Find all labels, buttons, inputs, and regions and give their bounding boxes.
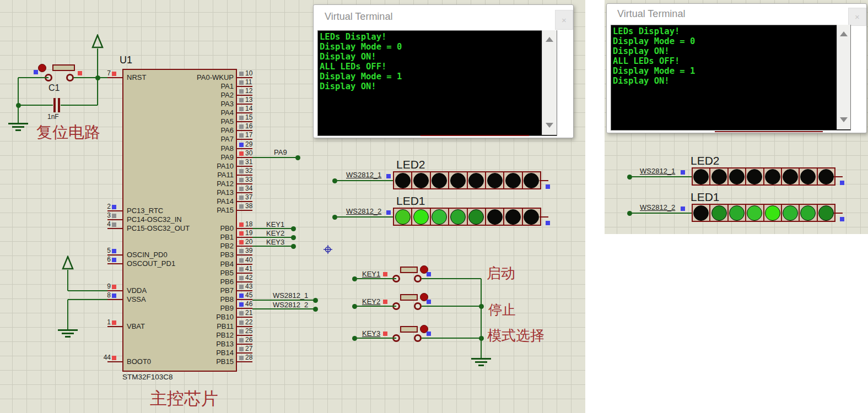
- gray-pin-marker: [239, 124, 244, 129]
- pin-label-pa8: PA8: [160, 144, 234, 153]
- led2-out-stub: [834, 176, 843, 177]
- pin-number: 5: [90, 247, 111, 254]
- net-label-ws2812-1: WS2812_1: [273, 291, 308, 300]
- gray-pin-marker: [239, 356, 244, 360]
- reset-wire: [18, 78, 19, 105]
- vssa-wire: [68, 299, 107, 300]
- scroll-down-icon[interactable]: [546, 123, 553, 128]
- pin-number: 17: [245, 131, 252, 139]
- led2-label: LED2: [396, 158, 425, 171]
- pin-number: 1: [90, 318, 111, 326]
- key2-button-cap: [400, 294, 418, 301]
- blue-pin-marker: [239, 302, 244, 307]
- virtual-terminal-window[interactable]: Virtual Terminal×LEDs Display! Display M…: [606, 3, 867, 133]
- pin-number: 38: [245, 202, 252, 210]
- pin-number: 45: [245, 291, 252, 299]
- pin-number: 42: [245, 274, 252, 281]
- led2-strip: [393, 171, 541, 189]
- led-lamp: [395, 173, 411, 188]
- key1-switch-wire: [422, 278, 481, 279]
- mcu-caption: 主控芯片: [150, 387, 218, 410]
- terminal-close-button[interactable]: ×: [848, 8, 866, 26]
- led1-strip-cell: [467, 209, 485, 225]
- key1-button-cap: [400, 267, 418, 273]
- terminal-title: Virtual Terminal: [617, 8, 685, 20]
- pin-number: 25: [245, 327, 252, 335]
- pin-label-vbat: VBAT: [127, 322, 145, 330]
- blue-pin-marker: [427, 272, 431, 276]
- terminal-scrollbar[interactable]: [837, 25, 850, 129]
- gray-pin-marker: [239, 116, 244, 120]
- pin-label-pa1: PA1: [160, 82, 234, 90]
- pin-number: 14: [245, 105, 252, 112]
- pin-label-pa2: PA2: [160, 91, 234, 99]
- gray-pin-marker: [239, 204, 244, 209]
- pin-number: 19: [245, 229, 252, 237]
- keys-ground-icon: [475, 361, 487, 363]
- net-label-ws2812-1: WS2812_1: [640, 167, 675, 175]
- pin-number: 41: [245, 265, 252, 273]
- reset-button-actuator[interactable]: [38, 64, 46, 72]
- pin-label-pc13_rtc: PC13_RTC: [127, 206, 163, 215]
- capacitor-value: 1nF: [47, 113, 59, 121]
- gray-pin-marker: [239, 267, 244, 271]
- pin-label-pb10: PB10: [160, 313, 234, 321]
- led-lamp: [818, 169, 834, 184]
- led1-strip-cell: [763, 205, 781, 221]
- pin-number: 3: [90, 211, 111, 219]
- scroll-up-icon[interactable]: [546, 37, 553, 42]
- gray-pin-marker: [239, 98, 244, 102]
- gray-pin-marker: [239, 285, 244, 289]
- key-caption-key3: 模式选择: [487, 326, 544, 345]
- pin-number: 9: [90, 282, 111, 290]
- gray-pin-marker: [239, 338, 244, 343]
- cursor-crosshair-icon: [324, 245, 332, 254]
- pin-label-pc14-osc32_in: PC14-OSC32_IN: [127, 215, 182, 224]
- led-lamp: [413, 173, 429, 188]
- keys-ground-icon: [478, 365, 484, 366]
- led1-strip-cell: [503, 209, 521, 225]
- led2-strip-cell: [709, 169, 727, 184]
- led-lamp: [395, 209, 411, 225]
- reset-ground-icon: [12, 126, 24, 128]
- pin-number: 15: [245, 113, 252, 121]
- pin-number: 37: [245, 193, 252, 201]
- blue-pin-marker: [112, 258, 116, 262]
- terminal-close-button[interactable]: ×: [555, 10, 573, 30]
- pin-stub: [237, 361, 252, 362]
- pin-label-pa9: PA9: [160, 153, 234, 161]
- blue-pin-marker: [546, 221, 550, 225]
- blue-pin-marker: [112, 249, 116, 253]
- gray-pin-marker: [239, 178, 244, 182]
- led-lamp: [800, 169, 816, 184]
- vssa-ground-icon: [58, 329, 78, 331]
- pin-stub: [107, 299, 122, 300]
- led2-strip: [692, 167, 835, 186]
- virtual-terminal-window[interactable]: Virtual Terminal×LEDs Display! Display M…: [313, 4, 574, 138]
- pin-number: 18: [245, 220, 252, 228]
- led1-out-stub: [540, 216, 548, 218]
- led-lamp: [729, 169, 745, 184]
- led-lamp: [765, 169, 780, 184]
- led-lamp: [800, 205, 816, 221]
- power-arrow-icon: [62, 256, 74, 270]
- ws2812-2-feed-wire: [629, 213, 692, 214]
- led2-strip-cell: [467, 172, 485, 188]
- scroll-down-icon[interactable]: [840, 117, 848, 122]
- blue-pin-marker: [546, 184, 550, 189]
- pin-stub: [107, 361, 122, 362]
- led-lamp: [468, 173, 484, 188]
- led-lamp: [693, 205, 709, 221]
- terminal-output-text: LEDs Display! Display Mode = 0 Display O…: [320, 32, 402, 91]
- pin-number: 31: [245, 158, 252, 166]
- blue-pin-marker: [386, 210, 391, 215]
- pin-label-pb2: PB2: [160, 242, 234, 250]
- pin-label-vdda: VDDA: [127, 286, 147, 295]
- terminal-scrollbar[interactable]: [542, 30, 557, 135]
- reset-wire: [18, 77, 48, 78]
- key2-wire: [252, 237, 293, 238]
- pin-label-pa3: PA3: [160, 100, 234, 108]
- key3-switch-wire: [422, 338, 481, 339]
- scroll-up-icon[interactable]: [840, 31, 848, 36]
- pin-label-pa15: PA15: [160, 206, 234, 214]
